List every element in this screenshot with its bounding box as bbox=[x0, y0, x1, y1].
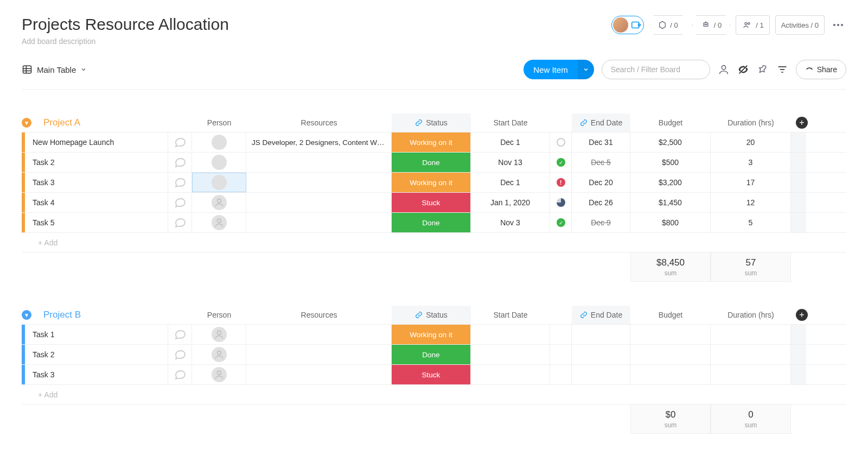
person-cell[interactable] bbox=[192, 193, 246, 212]
new-item-button[interactable]: New Item bbox=[524, 60, 593, 79]
resources-cell[interactable] bbox=[246, 213, 392, 232]
duration-cell[interactable]: 20 bbox=[711, 132, 791, 152]
search-input[interactable]: Search / Filter Board bbox=[602, 60, 710, 79]
budget-cell[interactable]: $3,200 bbox=[630, 173, 711, 192]
person-cell[interactable] bbox=[192, 153, 246, 172]
col-budget[interactable]: Budget bbox=[630, 113, 711, 132]
end-date-cell[interactable] bbox=[572, 345, 630, 364]
col-start-date[interactable]: Start Date bbox=[471, 306, 550, 324]
status-cell[interactable]: Stuck bbox=[392, 193, 471, 212]
item-name[interactable]: Task 5 bbox=[25, 213, 168, 232]
resources-cell[interactable] bbox=[246, 153, 392, 172]
status-cell[interactable]: Working on it bbox=[392, 132, 471, 152]
chat-icon[interactable] bbox=[168, 132, 192, 152]
status-cell[interactable]: Done bbox=[392, 153, 471, 172]
person-filter-icon[interactable] bbox=[718, 64, 730, 75]
item-name[interactable]: Task 3 bbox=[25, 173, 168, 192]
duration-cell[interactable] bbox=[711, 345, 791, 364]
col-resources[interactable]: Resources bbox=[246, 306, 392, 324]
budget-cell[interactable] bbox=[630, 365, 711, 384]
col-status[interactable]: Status bbox=[392, 306, 471, 324]
more-menu-button[interactable] bbox=[830, 21, 846, 29]
col-resources[interactable]: Resources bbox=[246, 113, 392, 132]
col-end-date[interactable]: End Date bbox=[572, 113, 630, 132]
board-owner-avatar[interactable] bbox=[611, 16, 644, 34]
duration-cell[interactable] bbox=[711, 365, 791, 384]
col-duration[interactable]: Duration (hrs) bbox=[711, 113, 791, 132]
start-date-cell[interactable]: Dec 1 bbox=[471, 173, 550, 192]
item-name[interactable]: Task 3 bbox=[25, 365, 168, 384]
chat-icon[interactable] bbox=[168, 193, 192, 212]
status-cell[interactable]: Stuck bbox=[392, 365, 471, 384]
col-end-date[interactable]: End Date bbox=[572, 306, 630, 324]
status-cell[interactable]: Done bbox=[392, 345, 471, 364]
start-date-cell[interactable] bbox=[471, 365, 550, 384]
chat-icon[interactable] bbox=[168, 325, 192, 344]
end-date-cell[interactable]: Dec 26 bbox=[572, 193, 630, 212]
start-date-cell[interactable] bbox=[471, 325, 550, 344]
board-description-placeholder[interactable]: Add board description bbox=[22, 37, 229, 46]
duration-cell[interactable]: 12 bbox=[711, 193, 791, 212]
activities-badge[interactable]: Activities / 0 bbox=[775, 15, 825, 35]
integrations-badge[interactable]: / 0 bbox=[649, 15, 686, 35]
add-item-row[interactable]: + Add bbox=[22, 232, 846, 252]
chat-icon[interactable] bbox=[168, 365, 192, 384]
col-person[interactable]: Person bbox=[192, 306, 246, 324]
add-column-button[interactable]: + bbox=[791, 306, 813, 324]
end-date-cell[interactable]: Dec 20 bbox=[572, 173, 630, 192]
filter-icon[interactable] bbox=[776, 64, 788, 75]
start-date-cell[interactable]: Nov 13 bbox=[471, 153, 550, 172]
person-cell[interactable] bbox=[192, 213, 246, 232]
chat-icon[interactable] bbox=[168, 173, 192, 192]
add-item-row[interactable]: + Add bbox=[22, 384, 846, 405]
end-date-cell[interactable] bbox=[572, 365, 630, 384]
budget-cell[interactable]: $500 bbox=[630, 153, 711, 172]
duration-cell[interactable]: 3 bbox=[711, 153, 791, 172]
members-badge[interactable]: / 1 bbox=[736, 15, 769, 35]
person-cell[interactable] bbox=[192, 173, 246, 192]
resources-cell[interactable] bbox=[246, 173, 392, 192]
group-toggle[interactable]: ▼ bbox=[22, 113, 43, 132]
col-status[interactable]: Status bbox=[392, 113, 471, 132]
start-date-cell[interactable]: Nov 3 bbox=[471, 213, 550, 232]
budget-cell[interactable] bbox=[630, 345, 711, 364]
item-name[interactable]: Task 2 bbox=[25, 153, 168, 172]
start-date-cell[interactable]: Dec 1 bbox=[471, 132, 550, 152]
col-duration[interactable]: Duration (hrs) bbox=[711, 306, 791, 324]
person-cell[interactable] bbox=[192, 132, 246, 152]
add-column-button[interactable]: + bbox=[791, 113, 813, 132]
col-budget[interactable]: Budget bbox=[630, 306, 711, 324]
budget-cell[interactable]: $1,450 bbox=[630, 193, 711, 212]
group-toggle[interactable]: ▼ bbox=[22, 306, 43, 324]
end-date-cell[interactable]: Dec 9 bbox=[572, 213, 630, 232]
budget-cell[interactable]: $800 bbox=[630, 213, 711, 232]
group-title[interactable]: Project A bbox=[43, 117, 80, 128]
item-name[interactable]: New Homepage Launch bbox=[25, 132, 168, 152]
chat-icon[interactable] bbox=[168, 213, 192, 232]
status-cell[interactable]: Working on it bbox=[392, 173, 471, 192]
pin-icon[interactable] bbox=[757, 64, 769, 75]
person-cell[interactable] bbox=[192, 325, 246, 344]
end-date-cell[interactable]: Dec 31 bbox=[572, 132, 630, 152]
duration-cell[interactable]: 17 bbox=[711, 173, 791, 192]
duration-cell[interactable]: 5 bbox=[711, 213, 791, 232]
resources-cell[interactable] bbox=[246, 325, 392, 344]
duration-cell[interactable] bbox=[711, 325, 791, 344]
start-date-cell[interactable] bbox=[471, 345, 550, 364]
resources-cell[interactable] bbox=[246, 365, 392, 384]
new-item-dropdown[interactable] bbox=[578, 60, 594, 79]
item-name[interactable]: Task 2 bbox=[25, 345, 168, 364]
item-name[interactable]: Task 4 bbox=[25, 193, 168, 212]
start-date-cell[interactable]: Jan 1, 2020 bbox=[471, 193, 550, 212]
person-cell[interactable] bbox=[192, 365, 246, 384]
view-selector[interactable]: Main Table bbox=[22, 64, 87, 75]
status-cell[interactable]: Done bbox=[392, 213, 471, 232]
group-title[interactable]: Project B bbox=[43, 309, 81, 320]
end-date-cell[interactable]: Dec 5 bbox=[572, 153, 630, 172]
budget-cell[interactable]: $2,500 bbox=[630, 132, 711, 152]
item-name[interactable]: Task 1 bbox=[25, 325, 168, 344]
budget-cell[interactable] bbox=[630, 325, 711, 344]
share-button[interactable]: Share bbox=[796, 60, 846, 79]
resources-cell[interactable]: JS Developer, 2 Designers, Content Writ.… bbox=[246, 132, 392, 152]
chat-icon[interactable] bbox=[168, 345, 192, 364]
